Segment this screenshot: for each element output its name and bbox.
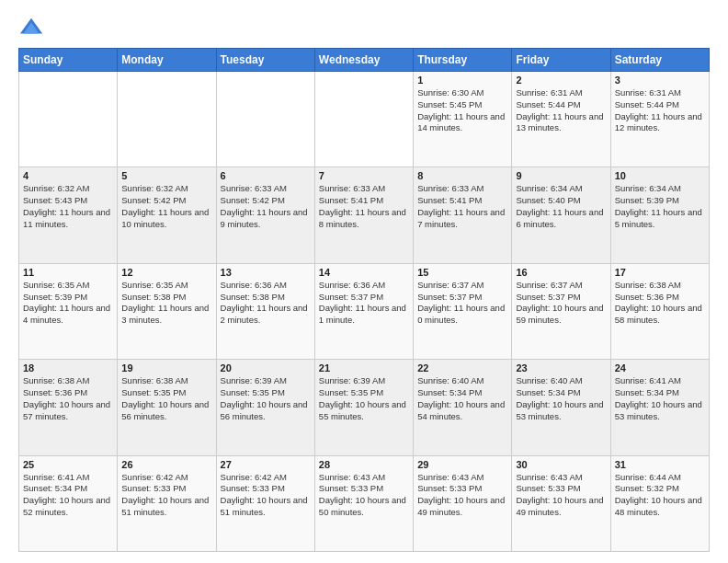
- day-info: Sunrise: 6:36 AM: [221, 280, 311, 292]
- calendar-cell: 10Sunrise: 6:34 AMSunset: 5:39 PMDayligh…: [610, 167, 709, 263]
- calendar-cell: 16Sunrise: 6:37 AMSunset: 5:37 PMDayligh…: [512, 263, 610, 359]
- day-info: Daylight: 10 hours and 53 minutes.: [516, 399, 606, 423]
- day-info: Daylight: 11 hours and 8 minutes.: [319, 207, 409, 231]
- day-info: Sunrise: 6:42 AM: [221, 472, 311, 484]
- day-info: Daylight: 11 hours and 10 minutes.: [121, 207, 211, 231]
- day-number: 27: [221, 459, 311, 470]
- day-info: Sunrise: 6:32 AM: [23, 183, 113, 195]
- day-number: 6: [221, 170, 311, 181]
- day-info: Sunrise: 6:38 AM: [615, 280, 705, 292]
- day-info: Sunrise: 6:35 AM: [23, 280, 113, 292]
- day-info: Sunrise: 6:40 AM: [516, 375, 606, 387]
- day-number: 20: [221, 362, 311, 373]
- day-info: Sunset: 5:34 PM: [615, 387, 705, 399]
- calendar-cell: 21Sunrise: 6:39 AMSunset: 5:35 PMDayligh…: [314, 360, 413, 455]
- day-info: Daylight: 11 hours and 7 minutes.: [417, 207, 507, 231]
- day-info: Sunset: 5:35 PM: [221, 387, 311, 399]
- day-info: Daylight: 11 hours and 14 minutes.: [417, 111, 507, 135]
- calendar-cell: 27Sunrise: 6:42 AMSunset: 5:33 PMDayligh…: [216, 455, 314, 551]
- day-info: Daylight: 10 hours and 49 minutes.: [417, 495, 507, 519]
- day-info: Daylight: 11 hours and 11 minutes.: [23, 207, 113, 231]
- day-number: 13: [221, 267, 311, 278]
- calendar-cell: 15Sunrise: 6:37 AMSunset: 5:37 PMDayligh…: [414, 263, 512, 359]
- day-info: Sunset: 5:45 PM: [417, 99, 507, 111]
- calendar-header-tuesday: Tuesday: [216, 49, 314, 72]
- day-info: Sunset: 5:43 PM: [23, 195, 113, 207]
- day-info: Sunrise: 6:43 AM: [417, 472, 507, 484]
- calendar-cell: 1Sunrise: 6:30 AMSunset: 5:45 PMDaylight…: [414, 72, 512, 167]
- day-info: Daylight: 10 hours and 49 minutes.: [516, 495, 606, 519]
- day-info: Sunset: 5:42 PM: [121, 195, 211, 207]
- day-info: Sunrise: 6:33 AM: [319, 183, 409, 195]
- day-info: Daylight: 11 hours and 2 minutes.: [221, 303, 311, 327]
- day-info: Sunrise: 6:31 AM: [615, 87, 705, 99]
- day-info: Sunset: 5:44 PM: [615, 99, 705, 111]
- logo-icon: [18, 15, 44, 40]
- header: [18, 15, 710, 40]
- day-number: 21: [319, 362, 409, 373]
- day-info: Sunset: 5:37 PM: [319, 292, 409, 304]
- day-info: Daylight: 10 hours and 52 minutes.: [23, 495, 113, 519]
- calendar-cell: 9Sunrise: 6:34 AMSunset: 5:40 PMDaylight…: [512, 167, 610, 263]
- day-info: Sunrise: 6:40 AM: [417, 375, 507, 387]
- calendar-cell: [216, 72, 314, 167]
- calendar-cell: 2Sunrise: 6:31 AMSunset: 5:44 PMDaylight…: [512, 72, 610, 167]
- day-info: Daylight: 10 hours and 57 minutes.: [23, 399, 113, 423]
- day-info: Daylight: 10 hours and 56 minutes.: [221, 399, 311, 423]
- calendar-header-saturday: Saturday: [610, 49, 709, 72]
- calendar-header-sunday: Sunday: [19, 49, 118, 72]
- day-info: Sunset: 5:37 PM: [417, 292, 507, 304]
- day-info: Sunset: 5:41 PM: [417, 195, 507, 207]
- calendar-cell: [314, 72, 413, 167]
- day-info: Daylight: 11 hours and 4 minutes.: [23, 303, 113, 327]
- calendar-cell: 25Sunrise: 6:41 AMSunset: 5:34 PMDayligh…: [19, 455, 118, 551]
- day-info: Sunrise: 6:30 AM: [417, 87, 507, 99]
- logo: [18, 15, 48, 40]
- calendar-cell: 23Sunrise: 6:40 AMSunset: 5:34 PMDayligh…: [512, 360, 610, 455]
- calendar-cell: 31Sunrise: 6:44 AMSunset: 5:32 PMDayligh…: [610, 455, 709, 551]
- day-info: Daylight: 10 hours and 54 minutes.: [417, 399, 507, 423]
- calendar-cell: 12Sunrise: 6:35 AMSunset: 5:38 PMDayligh…: [118, 263, 216, 359]
- day-info: Sunrise: 6:37 AM: [516, 280, 606, 292]
- day-number: 3: [615, 75, 705, 86]
- day-number: 8: [417, 170, 507, 181]
- day-info: Sunrise: 6:41 AM: [23, 472, 113, 484]
- day-info: Sunset: 5:33 PM: [121, 483, 211, 495]
- day-info: Sunset: 5:33 PM: [516, 483, 606, 495]
- day-info: Daylight: 10 hours and 51 minutes.: [221, 495, 311, 519]
- day-number: 19: [121, 362, 211, 373]
- day-info: Daylight: 10 hours and 53 minutes.: [615, 399, 705, 423]
- day-info: Sunset: 5:33 PM: [417, 483, 507, 495]
- day-info: Sunset: 5:36 PM: [615, 292, 705, 304]
- day-info: Daylight: 11 hours and 3 minutes.: [121, 303, 211, 327]
- calendar-cell: 4Sunrise: 6:32 AMSunset: 5:43 PMDaylight…: [19, 167, 118, 263]
- calendar-cell: 29Sunrise: 6:43 AMSunset: 5:33 PMDayligh…: [414, 455, 512, 551]
- calendar-cell: 19Sunrise: 6:38 AMSunset: 5:35 PMDayligh…: [118, 360, 216, 455]
- day-info: Daylight: 11 hours and 6 minutes.: [516, 207, 606, 231]
- day-info: Daylight: 10 hours and 55 minutes.: [319, 399, 409, 423]
- calendar-week-row: 18Sunrise: 6:38 AMSunset: 5:36 PMDayligh…: [19, 360, 710, 455]
- calendar-cell: 18Sunrise: 6:38 AMSunset: 5:36 PMDayligh…: [19, 360, 118, 455]
- calendar-cell: 7Sunrise: 6:33 AMSunset: 5:41 PMDaylight…: [314, 167, 413, 263]
- day-info: Sunrise: 6:44 AM: [615, 472, 705, 484]
- calendar-cell: [19, 72, 118, 167]
- day-info: Sunrise: 6:34 AM: [615, 183, 705, 195]
- calendar-header-thursday: Thursday: [414, 49, 512, 72]
- day-number: 26: [121, 459, 211, 470]
- day-info: Daylight: 11 hours and 0 minutes.: [417, 303, 507, 327]
- day-info: Sunset: 5:32 PM: [615, 483, 705, 495]
- day-info: Sunset: 5:39 PM: [615, 195, 705, 207]
- day-info: Daylight: 11 hours and 9 minutes.: [221, 207, 311, 231]
- day-info: Sunrise: 6:43 AM: [516, 472, 606, 484]
- calendar-week-row: 1Sunrise: 6:30 AMSunset: 5:45 PMDaylight…: [19, 72, 710, 167]
- day-info: Daylight: 10 hours and 50 minutes.: [319, 495, 409, 519]
- day-info: Daylight: 10 hours and 51 minutes.: [121, 495, 211, 519]
- day-number: 10: [615, 170, 705, 181]
- day-info: Sunset: 5:33 PM: [221, 483, 311, 495]
- day-info: Daylight: 10 hours and 58 minutes.: [615, 303, 705, 327]
- day-number: 17: [615, 267, 705, 278]
- day-info: Sunrise: 6:33 AM: [221, 183, 311, 195]
- day-info: Sunset: 5:39 PM: [23, 292, 113, 304]
- calendar-cell: 11Sunrise: 6:35 AMSunset: 5:39 PMDayligh…: [19, 263, 118, 359]
- calendar-cell: [118, 72, 216, 167]
